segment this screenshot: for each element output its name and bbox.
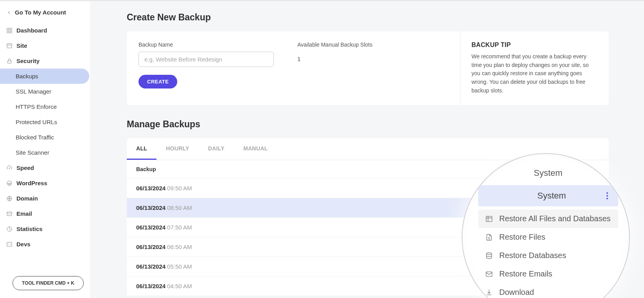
sidebar-item-statistics[interactable]: Statistics bbox=[0, 221, 89, 237]
svg-point-13 bbox=[486, 253, 491, 255]
go-to-account-link[interactable]: Go To My Account bbox=[0, 7, 90, 23]
create-backup-title: Create New Backup bbox=[127, 12, 609, 23]
file-icon bbox=[485, 233, 493, 241]
sidebar-item-domain[interactable]: Domain bbox=[0, 191, 89, 206]
sidebar-item-label: Site bbox=[16, 42, 27, 49]
sidebar-sub-blocked-traffic[interactable]: Blocked Traffic bbox=[0, 130, 89, 145]
manage-backups-title: Manage Backups bbox=[127, 119, 609, 130]
svg-rect-0 bbox=[7, 28, 9, 30]
sidebar-item-label: WordPress bbox=[16, 180, 47, 186]
restore-all-icon bbox=[485, 215, 493, 223]
create-button[interactable]: CREATE bbox=[139, 75, 177, 88]
menu-download[interactable]: Download bbox=[478, 283, 618, 298]
chart-icon bbox=[6, 226, 13, 232]
sidebar-item-security[interactable]: Security bbox=[0, 53, 89, 69]
tab-manual[interactable]: MANUAL bbox=[234, 138, 277, 160]
svg-rect-14 bbox=[486, 272, 492, 276]
sidebar-item-label: Email bbox=[16, 210, 32, 217]
tab-hourly[interactable]: HOURLY bbox=[157, 138, 199, 160]
svg-rect-1 bbox=[10, 28, 12, 30]
tool-finder-button[interactable]: TOOL FINDER CMD + K bbox=[13, 276, 84, 290]
globe-icon bbox=[6, 195, 13, 202]
sidebar-item-label: Devs bbox=[16, 241, 31, 247]
svg-rect-5 bbox=[7, 61, 11, 63]
menu-restore-all[interactable]: Restore All Files and Databases bbox=[478, 210, 618, 228]
slots-label: Available Manual Backup Slots bbox=[297, 42, 372, 48]
svg-rect-9 bbox=[7, 212, 12, 215]
sidebar-item-label: Security bbox=[16, 58, 40, 64]
backup-name-input[interactable] bbox=[139, 52, 274, 67]
wordpress-icon bbox=[6, 180, 13, 186]
kebab-menu-icon[interactable] bbox=[605, 191, 610, 201]
sidebar-sub-site-scanner[interactable]: Site Scanner bbox=[0, 145, 89, 160]
sidebar-sub-https[interactable]: HTTPS Enforce bbox=[0, 99, 89, 114]
code-icon bbox=[6, 241, 13, 247]
svg-rect-12 bbox=[486, 216, 492, 221]
database-icon bbox=[485, 252, 493, 260]
mail-icon bbox=[6, 211, 13, 217]
tip-text: We recommend that you create a backup ev… bbox=[471, 52, 598, 95]
menu-restore-databases[interactable]: Restore Databases bbox=[478, 246, 618, 265]
svg-rect-11 bbox=[7, 242, 12, 246]
mail-icon bbox=[485, 270, 493, 278]
sidebar-sub-ssl[interactable]: SSL Manager bbox=[0, 84, 89, 99]
sidebar-item-label: Domain bbox=[16, 195, 38, 202]
sidebar: Go To My Account Dashboard Site Security… bbox=[0, 1, 90, 298]
sidebar-item-devs[interactable]: Devs bbox=[0, 237, 89, 252]
window-icon bbox=[6, 43, 13, 49]
create-backup-card: Backup Name Available Manual Backup Slot… bbox=[127, 31, 609, 105]
menu-restore-emails[interactable]: Restore Emails bbox=[478, 265, 618, 283]
gauge-icon bbox=[6, 165, 13, 171]
sidebar-item-wordpress[interactable]: WordPress bbox=[0, 175, 89, 191]
sidebar-item-site[interactable]: Site bbox=[0, 38, 89, 53]
sidebar-item-label: Dashboard bbox=[16, 27, 47, 34]
svg-rect-3 bbox=[10, 31, 12, 33]
download-icon bbox=[485, 289, 493, 296]
grid-icon bbox=[6, 27, 13, 34]
slots-value: 1 bbox=[297, 52, 372, 62]
backup-name-label: Backup Name bbox=[139, 42, 274, 48]
sidebar-sub-backups[interactable]: Backups bbox=[0, 69, 89, 84]
tab-daily[interactable]: DAILY bbox=[199, 138, 234, 160]
menu-restore-files[interactable]: Restore Files bbox=[478, 228, 618, 246]
th-backup: Backup bbox=[136, 166, 156, 172]
backup-actions-menu: Restore All Files and Databases Restore … bbox=[478, 210, 618, 298]
sidebar-item-email[interactable]: Email bbox=[0, 206, 89, 221]
lock-icon bbox=[6, 58, 13, 64]
svg-rect-2 bbox=[7, 31, 9, 33]
zoom-selected-row[interactable]: System bbox=[478, 185, 618, 206]
back-link-label: Go To My Account bbox=[15, 9, 66, 16]
sidebar-item-dashboard[interactable]: Dashboard bbox=[0, 23, 89, 38]
sidebar-item-speed[interactable]: Speed bbox=[0, 160, 89, 175]
tab-all[interactable]: ALL bbox=[127, 138, 157, 160]
tip-heading: BACKUP TIP bbox=[471, 42, 598, 49]
sidebar-item-label: Speed bbox=[16, 164, 34, 171]
zoom-system-label: System bbox=[487, 191, 605, 201]
arrow-left-icon bbox=[6, 10, 12, 15]
sidebar-sub-protected-urls[interactable]: Protected URLs bbox=[0, 114, 89, 130]
sidebar-item-label: Statistics bbox=[16, 226, 43, 232]
svg-rect-4 bbox=[7, 43, 12, 48]
